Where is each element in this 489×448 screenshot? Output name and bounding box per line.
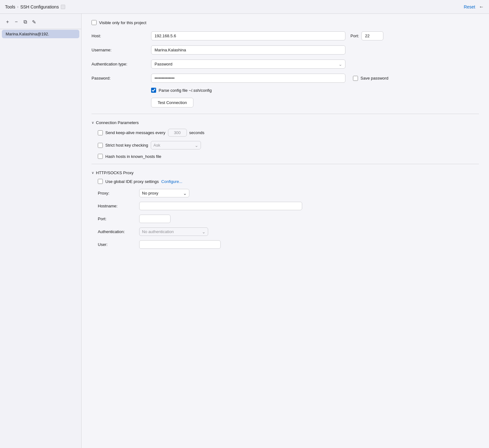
port-label: Port: [350, 34, 359, 38]
host-row: Host: Port: [92, 31, 479, 40]
keepalive-label[interactable]: Send keep-alive messages every [105, 130, 166, 135]
strict-host-checkbox[interactable] [98, 143, 103, 148]
keepalive-row: Send keep-alive messages every seconds [98, 129, 479, 137]
connection-params-label: Connection Parameters [96, 120, 139, 125]
port-wrap: Port: [350, 31, 383, 40]
main-layout: + − ⧉ ✎ Marina.Kalashina@192. Visible on… [0, 14, 489, 448]
strict-host-select-wrap: Ask Yes No [151, 141, 201, 149]
proxy-type-label: Proxy: [98, 191, 135, 195]
keepalive-input[interactable] [168, 129, 187, 137]
strict-host-select[interactable]: Ask Yes No [151, 141, 201, 149]
proxy-section-content: Use global IDE proxy settings Configure.… [92, 179, 479, 249]
sidebar-toolbar: + − ⧉ ✎ [0, 16, 81, 29]
connection-params-header[interactable]: ∨ Connection Parameters [92, 120, 479, 125]
strict-host-row: Strict host key checking Ask Yes No [98, 141, 479, 149]
test-connection-row: Test Connection [151, 98, 479, 107]
visible-only-label[interactable]: Visible only for this project [99, 20, 146, 25]
visible-only-row: Visible only for this project [92, 20, 479, 25]
sidebar-item-marina[interactable]: Marina.Kalashina@192. [2, 30, 79, 38]
proxy-auth-label: Authentication: [98, 229, 135, 234]
global-proxy-row: Use global IDE proxy settings Configure.… [98, 179, 479, 184]
parse-config-text: Parse config file ~/.ssh/config [159, 88, 212, 93]
proxy-section-chevron: ∨ [92, 171, 94, 175]
username-label: Username: [92, 48, 151, 52]
minus-icon: − [15, 19, 18, 25]
proxy-hostname-row: Hostname: [98, 202, 479, 210]
strict-host-label[interactable]: Strict host key checking [105, 143, 148, 148]
proxy-hostname-input[interactable] [139, 202, 302, 210]
host-label: Host: [92, 34, 151, 38]
parse-config-row: Parse config file ~/.ssh/config [151, 88, 479, 93]
keepalive-suffix: seconds [189, 130, 204, 135]
copy-config-button[interactable]: ⧉ [21, 18, 29, 26]
configure-link[interactable]: Configure... [161, 179, 182, 184]
parse-config-label[interactable]: Parse config file ~/.ssh/config [151, 88, 479, 93]
proxy-user-input[interactable] [139, 240, 221, 249]
keepalive-checkbox[interactable] [98, 130, 103, 135]
sidebar: + − ⧉ ✎ Marina.Kalashina@192. [0, 14, 82, 448]
breadcrumb-separator: › [17, 5, 18, 9]
proxy-select-wrap: No proxy HTTP SOCKS4 SOCKS5 [139, 189, 189, 197]
save-password-checkbox[interactable] [353, 76, 358, 81]
proxy-user-label: User: [98, 242, 135, 247]
password-row: Password: Save password [92, 74, 479, 83]
parse-config-checkbox[interactable] [151, 88, 156, 93]
username-control [151, 45, 345, 55]
test-connection-button[interactable]: Test Connection [151, 98, 193, 107]
breadcrumb: Tools › SSH Configurations [5, 4, 65, 9]
auth-type-label: Authentication type: [92, 62, 151, 66]
proxy-user-row: User: [98, 240, 479, 249]
auth-type-select-wrapper: Password Key pair OpenSSH config and aut… [151, 60, 345, 69]
divider-1 [92, 114, 479, 114]
proxy-select[interactable]: No proxy HTTP SOCKS4 SOCKS5 [139, 189, 189, 197]
password-label: Password: [92, 76, 151, 81]
host-input-wrap [151, 31, 345, 40]
visible-only-checkbox[interactable] [92, 20, 97, 25]
port-input[interactable] [361, 31, 383, 40]
content-area: Visible only for this project Host: Port… [82, 14, 489, 448]
breadcrumb-current: SSH Configurations [20, 4, 59, 9]
breadcrumb-tools[interactable]: Tools [5, 4, 15, 9]
proxy-section-header[interactable]: ∨ HTTP/SOCKS Proxy [92, 170, 479, 175]
hash-hosts-label[interactable]: Hash hosts in known_hosts file [105, 154, 161, 159]
proxy-port-input[interactable] [139, 215, 171, 223]
connection-params-chevron: ∨ [92, 121, 94, 125]
proxy-hostname-label: Hostname: [98, 204, 135, 208]
remove-config-button[interactable]: − [13, 18, 20, 26]
global-proxy-label[interactable]: Use global IDE proxy settings [105, 179, 159, 184]
connection-params-content: Send keep-alive messages every seconds S… [92, 129, 479, 159]
add-config-button[interactable]: + [4, 18, 11, 26]
password-input[interactable] [151, 74, 345, 83]
top-bar: Tools › SSH Configurations Reset ← [0, 0, 489, 14]
divider-2 [92, 164, 479, 164]
auth-select-wrap: No authentication Password Key pair [139, 227, 208, 236]
password-control [151, 74, 345, 83]
top-bar-actions: Reset ← [464, 4, 484, 10]
global-proxy-checkbox[interactable] [98, 179, 103, 184]
host-input[interactable] [151, 31, 345, 40]
save-password-label[interactable]: Save password [360, 76, 388, 81]
proxy-type-row: Proxy: No proxy HTTP SOCKS4 SOCKS5 [98, 189, 479, 197]
proxy-port-row: Port: [98, 215, 479, 223]
add-icon: + [6, 19, 9, 25]
edit-config-button[interactable]: ✎ [30, 18, 38, 26]
back-button[interactable]: ← [479, 4, 484, 10]
edit-icon: ✎ [32, 19, 36, 25]
reset-button[interactable]: Reset [464, 4, 475, 9]
auth-type-select[interactable]: Password Key pair OpenSSH config and aut… [151, 60, 345, 69]
sidebar-item-label: Marina.Kalashina@192. [6, 32, 49, 36]
username-row: Username: [92, 45, 479, 55]
hash-hosts-checkbox[interactable] [98, 154, 103, 159]
auth-select[interactable]: No authentication Password Key pair [139, 227, 208, 236]
proxy-auth-row: Authentication: No authentication Passwo… [98, 227, 479, 236]
copy-icon: ⧉ [24, 19, 27, 25]
save-password-wrap: Save password [353, 76, 388, 81]
auth-type-row: Authentication type: Password Key pair O… [92, 60, 479, 69]
proxy-section-label: HTTP/SOCKS Proxy [96, 170, 134, 175]
username-input[interactable] [151, 45, 345, 55]
proxy-port-label: Port: [98, 216, 135, 221]
hash-hosts-row: Hash hosts in known_hosts file [98, 154, 479, 159]
window-minimize-button[interactable] [61, 5, 65, 9]
